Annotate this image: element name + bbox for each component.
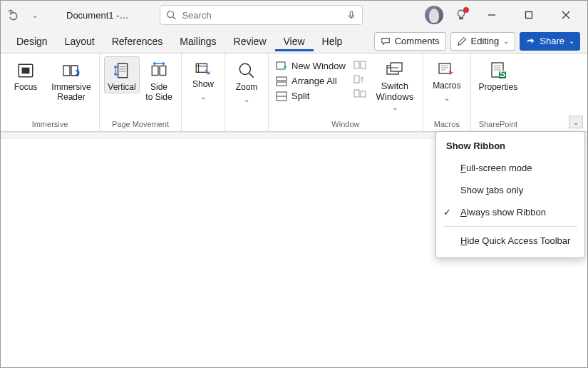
properties-label: Properties: [479, 83, 518, 93]
svg-rect-29: [391, 63, 402, 71]
svg-rect-26: [354, 90, 359, 97]
tab-review[interactable]: Review: [225, 31, 275, 51]
check-icon: ✓: [443, 207, 451, 218]
svg-rect-30: [439, 63, 450, 73]
svg-rect-27: [361, 91, 366, 97]
svg-line-1: [173, 17, 176, 20]
chevron-down-icon: ⌄: [200, 93, 206, 101]
comments-label: Comments: [395, 36, 440, 46]
focus-button[interactable]: Focus: [5, 56, 46, 93]
tab-view[interactable]: View: [275, 31, 314, 51]
tab-mailings[interactable]: Mailings: [171, 31, 225, 51]
zoom-button[interactable]: Zoom ⌄: [229, 56, 264, 104]
group-immersive: Focus Immersive Reader Immersive: [1, 53, 100, 131]
user-avatar[interactable]: [425, 6, 443, 24]
svg-rect-9: [118, 63, 128, 78]
side-label: Side to Side: [145, 83, 172, 103]
new-window-icon: [276, 61, 287, 71]
group-show: Show ⌄: [182, 53, 225, 131]
properties-icon: S: [488, 61, 508, 80]
svg-rect-19: [277, 77, 287, 81]
svg-line-17: [249, 73, 254, 78]
arrange-label: Arrange All: [292, 76, 337, 86]
tab-help[interactable]: Help: [314, 31, 351, 51]
macros-button[interactable]: Macros ⌄: [428, 56, 466, 103]
group-zoom: Zoom ⌄: [225, 53, 269, 131]
pencil-icon: [457, 36, 467, 46]
new-window-button[interactable]: New Window: [273, 59, 349, 73]
split-button[interactable]: Split: [273, 89, 349, 103]
minimize-button[interactable]: [479, 5, 505, 25]
customize-qat-icon[interactable]: ⌄: [26, 6, 43, 24]
svg-rect-14: [160, 66, 166, 76]
side-to-side-button[interactable]: Side to Side: [141, 56, 177, 103]
ribbon: Focus Immersive Reader Immersive Vertica…: [1, 53, 587, 132]
macros-label: Macros: [433, 81, 460, 91]
svg-point-0: [167, 11, 174, 18]
show-button[interactable]: Show ⌄: [186, 56, 220, 101]
vertical-button[interactable]: Vertical: [104, 56, 140, 93]
undo-icon[interactable]: [5, 6, 22, 24]
sync-scroll-icon[interactable]: [354, 75, 366, 85]
chevron-down-icon: ⌄: [444, 94, 450, 102]
svg-rect-24: [361, 61, 366, 68]
search-box[interactable]: [160, 5, 363, 25]
chevron-down-icon: ⌄: [569, 37, 574, 45]
svg-rect-2: [351, 11, 354, 16]
view-side-icon[interactable]: [354, 61, 366, 71]
group-label-sharepoint: SharePoint: [479, 118, 517, 130]
group-sharepoint: S Properties SharePoint: [471, 53, 525, 131]
chevron-down-icon: ⌄: [503, 37, 509, 45]
group-label-zoom: [245, 118, 247, 130]
focus-label: Focus: [14, 83, 38, 93]
menu-show-tabs-only[interactable]: Show tabs only: [436, 179, 584, 201]
svg-point-16: [239, 63, 250, 74]
coming-soon-icon[interactable]: [455, 9, 468, 21]
editing-button[interactable]: Editing ⌄: [450, 32, 516, 51]
menu-always-show-ribbon[interactable]: ✓ Always show Ribbon: [436, 201, 584, 223]
macros-icon: [437, 61, 457, 78]
group-label-pagemove: Page Movement: [112, 118, 169, 130]
svg-rect-20: [277, 82, 287, 86]
tabs-right: Comments Editing ⌄ Share ⌄: [374, 32, 580, 51]
comment-icon: [381, 36, 391, 46]
ribbon-options-button[interactable]: ⌄: [569, 116, 583, 128]
switch-label: Switch Windows ⌄: [372, 81, 418, 113]
window-misc: [350, 56, 370, 99]
quick-access: ⌄: [5, 6, 43, 24]
search-input[interactable]: [182, 10, 341, 21]
document-title: Document1 -…: [66, 10, 128, 21]
close-button[interactable]: [553, 5, 579, 25]
reader-icon: [61, 61, 81, 80]
svg-rect-13: [152, 66, 158, 76]
share-icon: [525, 36, 535, 46]
maximize-button[interactable]: [516, 5, 542, 25]
svg-rect-18: [277, 62, 285, 69]
group-label-show: [202, 118, 204, 130]
search-icon: [166, 10, 176, 20]
mic-icon[interactable]: [346, 10, 356, 20]
chevron-down-icon: ⌄: [244, 96, 249, 103]
tab-layout[interactable]: Layout: [56, 31, 103, 51]
comments-button[interactable]: Comments: [374, 32, 446, 51]
properties-button[interactable]: S Properties: [475, 56, 521, 93]
group-label-immersive: Immersive: [32, 118, 68, 130]
title-bar-right: [425, 5, 583, 25]
side-icon: [150, 61, 168, 80]
show-icon: [194, 61, 212, 77]
switch-windows-button[interactable]: Switch Windows ⌄: [371, 56, 418, 113]
tab-references[interactable]: References: [103, 31, 172, 51]
reset-window-icon[interactable]: [354, 89, 366, 99]
tab-design[interactable]: Design: [8, 31, 56, 51]
title-bar: ⌄ Document1 -…: [1, 1, 587, 29]
arrange-all-button[interactable]: Arrange All: [273, 74, 349, 88]
zoom-icon: [237, 61, 256, 80]
share-button[interactable]: Share ⌄: [520, 32, 580, 51]
window-stack: New Window Arrange All Split: [273, 56, 349, 103]
vertical-icon: [113, 61, 131, 80]
immersive-reader-button[interactable]: Immersive Reader: [48, 56, 95, 103]
svg-rect-15: [196, 63, 207, 72]
menu-full-screen[interactable]: Full-screen mode: [436, 157, 584, 179]
menu-hide-qat[interactable]: Hide Quick Access Toolbar: [436, 230, 584, 252]
group-page-movement: Vertical Side to Side Page Movement: [100, 53, 182, 131]
